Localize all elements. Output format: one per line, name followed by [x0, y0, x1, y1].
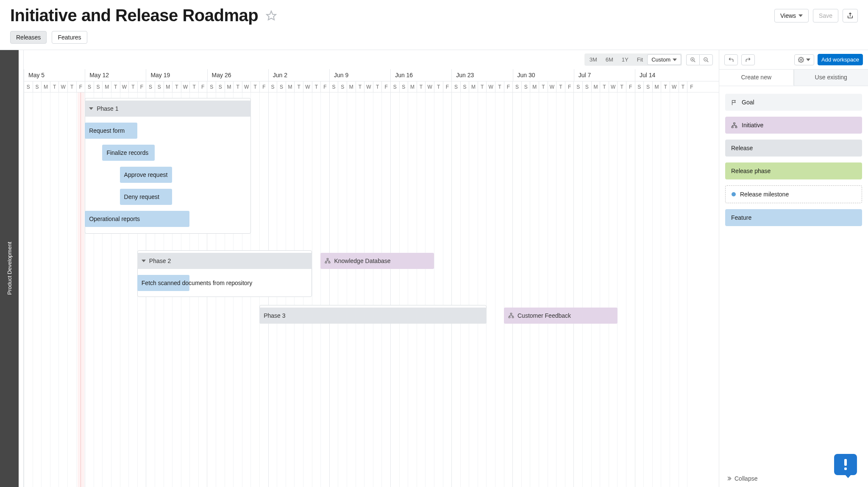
undo-button[interactable] — [724, 54, 738, 65]
swimlane-handle[interactable] — [19, 50, 24, 487]
day-header: M — [591, 81, 600, 92]
day-header: F — [504, 81, 513, 92]
day-header: S — [33, 81, 42, 92]
views-button[interactable]: Views — [774, 9, 809, 22]
zoom-in-button[interactable] — [686, 54, 699, 65]
palette-feature[interactable]: Feature — [725, 209, 862, 226]
day-header: S — [216, 81, 225, 92]
gantt-phase[interactable]: Phase 2 — [137, 253, 312, 269]
day-header: S — [85, 81, 94, 92]
zoom-out-button[interactable] — [699, 54, 713, 65]
day-header: T — [679, 81, 687, 92]
palette-initiative[interactable]: Initiative — [725, 117, 862, 134]
day-header: T — [250, 81, 259, 92]
week-header: May 5 — [24, 69, 85, 81]
day-header: M — [652, 81, 661, 92]
tab-features[interactable]: Features — [52, 31, 87, 44]
day-header: W — [548, 81, 556, 92]
palette-release[interactable]: Release — [725, 140, 862, 157]
panel-tab-existing[interactable]: Use existing — [794, 70, 868, 86]
palette-release-milestone[interactable]: Release milestone — [725, 185, 862, 203]
svg-marker-0 — [267, 11, 276, 20]
day-header: M — [225, 81, 234, 92]
star-icon — [266, 10, 277, 21]
week-header: Jun 16 — [390, 69, 451, 81]
day-header: F — [320, 81, 329, 92]
swimlane-label[interactable]: Product Development — [0, 50, 19, 487]
week-header: May 12 — [85, 69, 146, 81]
redo-icon — [745, 57, 751, 63]
zoom-out-icon — [703, 57, 709, 63]
day-header: F — [76, 81, 85, 92]
gantt-feature[interactable]: Approve request — [120, 167, 172, 183]
favorite-button[interactable] — [264, 8, 278, 23]
day-header: T — [373, 81, 382, 92]
day-header: S — [451, 81, 460, 92]
share-button[interactable] — [843, 9, 858, 22]
chevron-down-icon — [142, 260, 146, 262]
day-header: M — [530, 81, 539, 92]
day-header: S — [207, 81, 216, 92]
save-button[interactable]: Save — [813, 9, 838, 22]
feedback-bubble[interactable] — [834, 454, 857, 475]
svg-rect-17 — [732, 126, 733, 128]
svg-rect-16 — [734, 123, 735, 124]
day-header: S — [94, 81, 103, 92]
day-header: W — [242, 81, 251, 92]
day-header: T — [556, 81, 565, 92]
zoom-in-icon — [690, 57, 696, 63]
day-header: S — [521, 81, 530, 92]
day-header: T — [600, 81, 609, 92]
zoom-fit[interactable]: Fit — [633, 55, 647, 64]
day-header: S — [573, 81, 582, 92]
day-header: S — [512, 81, 521, 92]
svg-rect-18 — [735, 126, 737, 128]
zoom-6m[interactable]: 6M — [602, 55, 617, 64]
day-header: T — [312, 81, 321, 92]
gantt-phase[interactable]: Phase 3 — [259, 308, 487, 324]
gantt-initiative[interactable]: Knowledge Database — [320, 253, 434, 269]
svg-rect-13 — [509, 316, 510, 318]
day-header: F — [687, 81, 696, 92]
day-header: T — [111, 81, 120, 92]
palette-release-phase[interactable]: Release phase — [725, 162, 862, 179]
add-workspace-button[interactable]: Add workspace — [818, 54, 863, 65]
zoom-custom[interactable]: Custom — [648, 55, 681, 64]
week-header: Jun 2 — [268, 69, 329, 81]
day-header: T — [356, 81, 364, 92]
panel-tab-create[interactable]: Create new — [719, 70, 794, 86]
chevron-down-icon — [798, 14, 803, 17]
milestone-dot-icon — [732, 192, 736, 196]
gantt-phase[interactable]: Phase 1 — [85, 101, 250, 117]
zoom-1y[interactable]: 1Y — [618, 55, 632, 64]
day-header: T — [189, 81, 198, 92]
gantt-feature[interactable]: Request form — [85, 123, 137, 139]
day-header: S — [460, 81, 469, 92]
day-header: T — [233, 81, 242, 92]
zoom-3m[interactable]: 3M — [586, 55, 601, 64]
week-header: May 19 — [146, 69, 207, 81]
gantt-feature[interactable]: Deny request — [120, 189, 172, 205]
day-header: T — [417, 81, 426, 92]
day-header: W — [120, 81, 129, 92]
redo-button[interactable] — [741, 54, 755, 65]
gantt-initiative[interactable]: Customer Feedback — [504, 308, 618, 324]
week-header: May 26 — [207, 69, 268, 81]
flag-icon — [731, 99, 737, 106]
settings-button[interactable] — [794, 54, 814, 65]
day-header: S — [24, 81, 33, 92]
day-header: M — [102, 81, 111, 92]
day-header: S — [268, 81, 277, 92]
tab-releases[interactable]: Releases — [10, 31, 47, 44]
chevron-down-icon — [89, 107, 93, 110]
day-header: F — [259, 81, 268, 92]
day-header: M — [469, 81, 478, 92]
day-header: S — [146, 81, 155, 92]
gantt-feature[interactable]: Fetch scanned documents from repository — [137, 275, 190, 291]
palette-goal[interactable]: Goal — [725, 94, 862, 111]
day-header: W — [181, 81, 190, 92]
gantt-feature[interactable]: Finalize records — [102, 145, 155, 161]
day-header: F — [137, 81, 146, 92]
gantt-feature[interactable]: Operational reports — [85, 211, 189, 227]
day-header: T — [434, 81, 443, 92]
